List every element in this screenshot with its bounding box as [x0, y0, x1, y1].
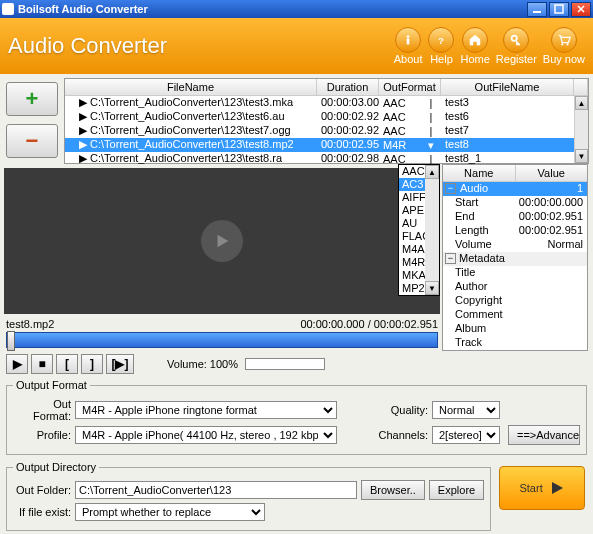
col-duration[interactable]: Duration — [317, 79, 379, 95]
channels-select[interactable]: 2[stereo] — [432, 426, 500, 444]
property-row[interactable]: Track — [443, 336, 587, 350]
property-row[interactable]: End00:00:02.951 — [443, 210, 587, 224]
property-row[interactable]: Author — [443, 280, 587, 294]
maximize-button[interactable] — [549, 2, 569, 17]
close-button[interactable] — [571, 2, 591, 17]
separator-icon: | — [425, 111, 437, 123]
property-row[interactable]: VolumeNormal — [443, 238, 587, 252]
advance-button[interactable]: ==>Advance — [508, 425, 580, 445]
scroll-up-icon[interactable]: ▲ — [575, 96, 588, 110]
property-row[interactable]: Comment — [443, 308, 587, 322]
explore-button[interactable]: Explore — [429, 480, 484, 500]
property-row[interactable]: Title — [443, 266, 587, 280]
table-row[interactable]: ▶ C:\Torrent_AudioConverter\123\test3.mk… — [65, 96, 588, 110]
separator-icon: | — [425, 125, 437, 137]
header: Audio Converter About?HelpHomeRegisterBu… — [0, 18, 593, 74]
svg-point-7 — [566, 43, 568, 45]
about-icon — [395, 27, 421, 53]
props-col-name[interactable]: Name — [443, 165, 516, 181]
remove-file-button[interactable]: − — [6, 124, 58, 158]
seek-slider[interactable] — [6, 332, 438, 348]
property-row[interactable]: Album — [443, 322, 587, 336]
svg-point-5 — [512, 36, 517, 41]
svg-text:?: ? — [439, 35, 445, 46]
home-button[interactable]: Home — [460, 27, 489, 65]
svg-rect-0 — [533, 11, 541, 13]
volume-slider[interactable] — [245, 358, 325, 370]
col-outfilename[interactable]: OutFileName — [441, 79, 574, 95]
app-icon — [2, 3, 14, 15]
browse-button[interactable]: Browser.. — [361, 480, 425, 500]
minimize-button[interactable] — [527, 2, 547, 17]
separator-icon: | — [425, 97, 437, 109]
mark-out-button[interactable]: ] — [81, 354, 103, 374]
props-col-value[interactable]: Value — [516, 165, 588, 181]
svg-rect-3 — [407, 38, 410, 44]
preview-time: 00:00:00.000 / 00:00:02.951 — [300, 318, 438, 330]
preview-filename: test8.mp2 — [6, 318, 300, 330]
titlebar-text: Boilsoft Audio Converter — [18, 3, 525, 15]
play-button[interactable]: ▶ — [6, 354, 28, 374]
buynow-icon — [551, 27, 577, 53]
outformat-dropdown-popup[interactable]: AACAC3AIFFAPEAUFLACM4AM4RMKAMP2 ▲ ▼ — [398, 164, 440, 296]
properties-panel[interactable]: Name Value −Audio1Start00:00:00.000End00… — [442, 164, 588, 351]
output-format-group: Output Format Out Format: M4R - Apple iP… — [6, 379, 587, 455]
fileexist-select[interactable]: Prompt whether to replace — [75, 503, 265, 521]
chevron-down-icon[interactable]: ▾ — [425, 139, 437, 152]
profile-select[interactable]: M4R - Apple iPhone( 44100 Hz, stereo , 1… — [75, 426, 337, 444]
property-row[interactable]: Copyright — [443, 294, 587, 308]
add-file-button[interactable]: + — [6, 82, 58, 116]
property-row[interactable]: Start00:00:00.000 — [443, 196, 587, 210]
collapse-icon[interactable]: − — [445, 183, 456, 194]
quality-select[interactable]: Normal — [432, 401, 500, 419]
about-button[interactable]: About — [394, 27, 423, 65]
outfolder-input[interactable] — [75, 481, 357, 499]
home-icon — [462, 27, 488, 53]
register-icon — [503, 27, 529, 53]
col-filename[interactable]: FileName — [65, 79, 317, 95]
table-row[interactable]: ▶ C:\Torrent_AudioConverter\123\test7.og… — [65, 124, 588, 138]
outformat-select[interactable]: M4R - Apple iPhone ringtone format — [75, 401, 337, 419]
svg-point-6 — [561, 43, 563, 45]
preview-play-icon — [201, 220, 243, 262]
property-row[interactable]: Length00:00:02.951 — [443, 224, 587, 238]
dropdown-scrollbar[interactable]: ▲ ▼ — [425, 165, 439, 295]
play-range-button[interactable]: [▶] — [106, 354, 134, 374]
table-scrollbar[interactable]: ▲ ▼ — [574, 96, 588, 163]
register-button[interactable]: Register — [496, 27, 537, 65]
help-icon: ? — [428, 27, 454, 53]
header-title: Audio Converter — [8, 33, 394, 59]
col-outformat[interactable]: OutFormat — [379, 79, 441, 95]
buynow-button[interactable]: Buy now — [543, 27, 585, 65]
table-row[interactable]: ▶ C:\Torrent_AudioConverter\123\test8.mp… — [65, 138, 588, 152]
table-row[interactable]: ▶ C:\Torrent_AudioConverter\123\test6.au… — [65, 110, 588, 124]
file-table[interactable]: FileName Duration OutFormat OutFileName … — [64, 78, 589, 164]
volume-label: Volume: 100% — [167, 358, 238, 370]
property-group[interactable]: −Metadata — [443, 252, 587, 266]
mark-in-button[interactable]: [ — [56, 354, 78, 374]
output-directory-group: Output Directory Out Folder: Browser.. E… — [6, 461, 491, 531]
stop-button[interactable]: ■ — [31, 354, 53, 374]
property-row[interactable]: −Audio1 — [443, 182, 587, 196]
seek-thumb-icon[interactable] — [7, 331, 15, 351]
svg-rect-1 — [555, 5, 563, 13]
svg-point-2 — [407, 35, 410, 38]
scroll-down-icon[interactable]: ▼ — [575, 149, 588, 163]
help-button[interactable]: ?Help — [428, 27, 454, 65]
start-button[interactable]: Start — [499, 466, 585, 510]
collapse-icon[interactable]: − — [445, 253, 456, 264]
preview-area — [4, 168, 440, 314]
titlebar: Boilsoft Audio Converter — [0, 0, 593, 18]
